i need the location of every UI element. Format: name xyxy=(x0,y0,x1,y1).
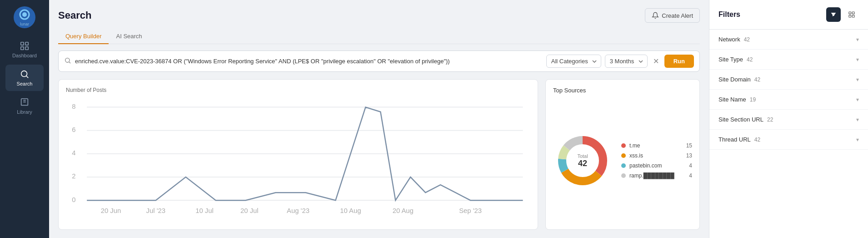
svg-rect-36 xyxy=(849,12,851,14)
logo: lunar xyxy=(13,5,36,29)
source-name: pastebin.com xyxy=(629,162,685,169)
filter-name-network: Network xyxy=(718,36,740,43)
svg-text:10 Jul: 10 Jul xyxy=(195,206,214,214)
source-count: 15 xyxy=(686,142,692,149)
filter-count-network: 42 xyxy=(744,36,750,43)
svg-text:10 Aug: 10 Aug xyxy=(340,206,361,214)
search-query[interactable]: enriched.cve.value:CVE-2023-36874 OR ("W… xyxy=(75,57,543,66)
svg-text:lunar: lunar xyxy=(20,22,29,26)
source-item: xss.is 13 xyxy=(621,152,692,159)
filters-icons xyxy=(826,7,859,22)
source-dot xyxy=(621,173,626,178)
search-controls: All Categories 3 Months ✕ Run xyxy=(546,55,694,68)
svg-text:Aug '23: Aug '23 xyxy=(287,206,309,214)
sources-panel: Top Sources xyxy=(545,79,700,230)
clear-button[interactable]: ✕ xyxy=(651,57,661,66)
chart-area: 8 6 4 2 0 20 Jun Jul '23 10 xyxy=(66,98,530,222)
categories-dropdown[interactable]: All Categories xyxy=(546,55,601,68)
source-dot xyxy=(621,143,626,148)
filters-title: Filters xyxy=(718,10,740,19)
tabs: Query Builder AI Search xyxy=(58,29,700,44)
chevron-down-icon: ▾ xyxy=(856,76,859,83)
source-item: ramp.████████ 4 xyxy=(621,172,692,179)
sources-content: Total 42 t.me 15 xss.is 13 xyxy=(553,99,692,222)
chevron-down-icon: ▾ xyxy=(856,116,859,123)
source-dot xyxy=(621,163,626,168)
source-item: pastebin.com 4 xyxy=(621,162,692,169)
svg-text:6: 6 xyxy=(72,126,75,133)
sidebar-item-library[interactable]: Library xyxy=(5,93,44,119)
source-count: 4 xyxy=(689,162,692,169)
svg-rect-39 xyxy=(852,15,854,17)
svg-rect-4 xyxy=(21,42,24,45)
filter-name-site-domain: Site Domain xyxy=(718,76,751,83)
svg-rect-38 xyxy=(849,15,851,17)
filters-sidebar: Filters Network 42 ▾ xyxy=(709,0,868,238)
chart-svg: 8 6 4 2 0 20 Jun Jul '23 10 xyxy=(66,98,530,222)
donut-total-value: 42 xyxy=(577,159,588,168)
run-button[interactable]: Run xyxy=(664,55,694,68)
svg-text:2: 2 xyxy=(72,172,75,180)
page-title: Search xyxy=(58,10,91,21)
svg-point-2 xyxy=(22,12,27,17)
filter-item-site-type[interactable]: Site Type 42 ▾ xyxy=(709,50,868,70)
tab-query-builder[interactable]: Query Builder xyxy=(58,29,109,44)
svg-rect-5 xyxy=(25,42,28,45)
source-name: t.me xyxy=(629,142,683,149)
source-name: xss.is xyxy=(629,152,683,159)
sidebar-nav: Dashboard Search Library xyxy=(0,36,49,119)
chart-title: Number of Posts xyxy=(66,87,530,93)
sidebar-item-dashboard-label: Dashboard xyxy=(12,53,37,58)
source-name: ramp.████████ xyxy=(629,172,685,179)
sidebar-item-dashboard[interactable]: Dashboard xyxy=(5,36,44,63)
filter-count-site-section-url: 22 xyxy=(767,116,773,123)
filter-item-network[interactable]: Network 42 ▾ xyxy=(709,30,868,50)
filter-list-button[interactable] xyxy=(844,7,859,22)
search-bar: enriched.cve.value:CVE-2023-36874 OR ("W… xyxy=(58,51,700,72)
chart-panel: Number of Posts 8 6 4 2 0 xyxy=(58,79,538,230)
months-dropdown[interactable]: 3 Months xyxy=(605,55,648,68)
create-alert-label: Create Alert xyxy=(662,12,693,19)
chevron-down-icon: ▾ xyxy=(856,36,859,43)
filter-name-thread-url: Thread URL xyxy=(718,136,751,143)
source-item: t.me 15 xyxy=(621,142,692,149)
filter-name-site-section-url: Site Section URL xyxy=(718,116,763,123)
chevron-down-icon: ▾ xyxy=(856,56,859,63)
sidebar-item-library-label: Library xyxy=(17,109,32,115)
sidebar-item-search-label: Search xyxy=(17,81,33,86)
list-icon xyxy=(848,11,855,18)
donut-total-label: Total xyxy=(577,153,588,159)
svg-rect-6 xyxy=(21,47,24,50)
bell-icon xyxy=(652,12,659,19)
filter-item-site-section-url[interactable]: Site Section URL 22 ▾ xyxy=(709,110,868,130)
sidebar: lunar Dashboard Search xyxy=(0,0,49,238)
chevron-down-icon: ▾ xyxy=(856,96,859,103)
svg-text:20 Jul: 20 Jul xyxy=(240,206,259,214)
search-icon xyxy=(64,57,71,66)
svg-text:0: 0 xyxy=(72,195,75,203)
filter-item-thread-url[interactable]: Thread URL 42 ▾ xyxy=(709,130,868,150)
donut-chart: Total 42 xyxy=(553,131,612,190)
source-count: 13 xyxy=(686,152,692,159)
header: Search Create Alert xyxy=(58,8,700,23)
svg-line-11 xyxy=(69,62,70,63)
filter-name-site-name: Site Name xyxy=(718,96,746,103)
filter-item-site-name[interactable]: Site Name 19 ▾ xyxy=(709,90,868,110)
svg-text:4: 4 xyxy=(72,149,75,157)
filter-count-site-domain: 42 xyxy=(754,76,760,83)
tab-ai-search[interactable]: AI Search xyxy=(109,29,149,44)
sidebar-item-search[interactable]: Search xyxy=(5,65,44,91)
main-content: Search Create Alert Query Builder AI Sea… xyxy=(49,0,709,238)
chevron-down-icon: ▾ xyxy=(856,137,859,143)
filter-count-site-name: 19 xyxy=(750,96,756,103)
filter-count-site-type: 42 xyxy=(747,56,753,63)
source-dot xyxy=(621,153,626,158)
filter-count-thread-url: 42 xyxy=(754,137,760,143)
filter-active-button[interactable] xyxy=(826,7,841,22)
filter-item-site-domain[interactable]: Site Domain 42 ▾ xyxy=(709,70,868,90)
svg-text:8: 8 xyxy=(72,102,75,110)
create-alert-button[interactable]: Create Alert xyxy=(645,8,700,23)
svg-text:Jul '23: Jul '23 xyxy=(146,206,165,214)
filters-header: Filters xyxy=(709,0,868,30)
svg-line-9 xyxy=(26,76,28,78)
